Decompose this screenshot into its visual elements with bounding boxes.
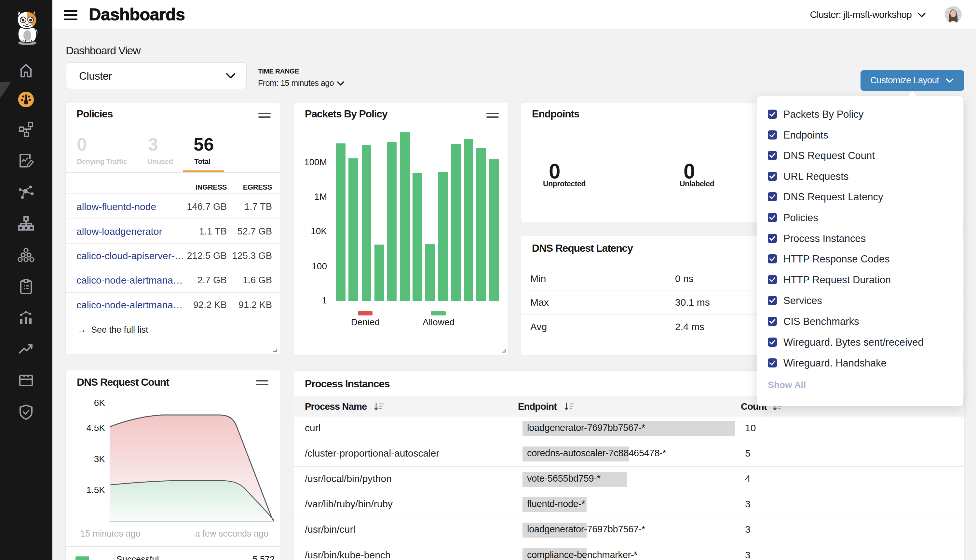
svg-text:1M: 1M <box>314 192 327 202</box>
svg-text:100: 100 <box>312 261 327 271</box>
svg-text:3K: 3K <box>94 454 105 464</box>
svg-text:5,572: 5,572 <box>252 555 275 560</box>
svg-text:Allowed: Allowed <box>423 317 454 327</box>
svg-text:6K: 6K <box>94 398 105 408</box>
svg-text:4.5K: 4.5K <box>86 423 105 433</box>
svg-text:1: 1 <box>322 295 327 305</box>
svg-text:15 minutes ago: 15 minutes ago <box>80 529 140 538</box>
svg-text:Successful: Successful <box>117 555 159 560</box>
svg-text:1.5K: 1.5K <box>86 485 105 495</box>
svg-text:10K: 10K <box>311 226 327 236</box>
svg-text:a few seconds ago: a few seconds ago <box>195 529 269 538</box>
svg-text:100M: 100M <box>304 157 327 167</box>
svg-text:Denied: Denied <box>351 317 380 327</box>
